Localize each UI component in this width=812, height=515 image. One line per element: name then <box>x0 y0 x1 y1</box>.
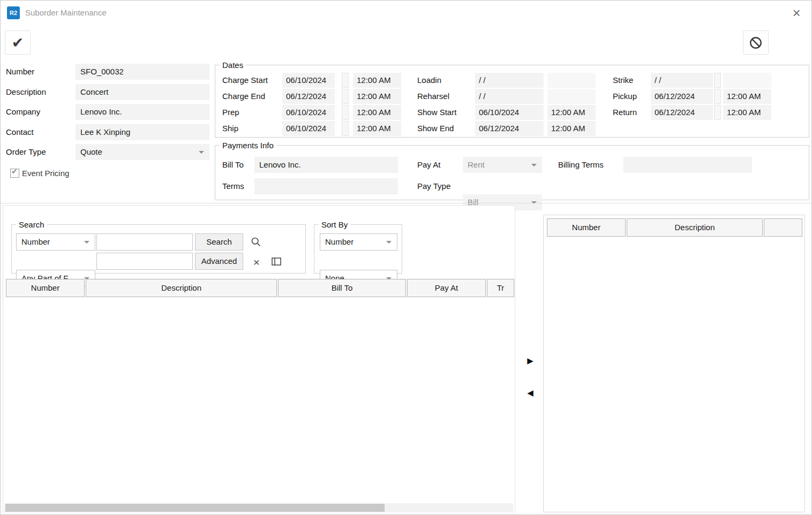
prep-date-picker[interactable] <box>342 105 349 120</box>
company-label: Company <box>6 104 40 120</box>
left-table-hscrollbar[interactable] <box>4 503 513 512</box>
show-end-date[interactable]: 06/12/2024 <box>475 121 544 136</box>
pickup-time[interactable]: 12:00 AM <box>723 89 771 104</box>
loadin-time[interactable] <box>547 73 596 88</box>
search-button[interactable]: Search <box>195 233 243 251</box>
show-start-label: Show Start <box>417 105 456 120</box>
ship-date-picker[interactable] <box>342 121 349 136</box>
order-type-label: Order Type <box>6 144 46 160</box>
search-legend: Search <box>16 219 47 230</box>
number-label: Number <box>6 64 34 80</box>
return-time[interactable]: 12:00 AM <box>723 105 771 120</box>
charge-end-date-picker[interactable] <box>342 89 349 104</box>
section-divider <box>1 203 812 203</box>
reharsel-time[interactable] <box>547 89 596 104</box>
sort-by-legend: Sort By <box>319 219 350 230</box>
search-field-select[interactable]: Number <box>16 233 95 251</box>
left-table-header-description[interactable]: Description <box>86 279 277 297</box>
charge-start-label: Charge Start <box>222 73 268 88</box>
hscrollbar-thumb[interactable] <box>5 504 385 512</box>
terms-label: Terms <box>222 178 244 194</box>
show-end-time[interactable]: 12:00 AM <box>547 121 596 136</box>
contact-field[interactable]: Lee K Xinping <box>76 124 209 140</box>
order-type-select[interactable]: Quote <box>76 144 209 160</box>
search-input[interactable] <box>96 233 193 251</box>
move-right-button[interactable]: ▶ <box>522 353 538 369</box>
left-table-header-number[interactable]: Number <box>6 279 85 297</box>
reharsel-label: Reharsel <box>417 89 449 104</box>
move-left-button[interactable]: ◀ <box>522 385 538 401</box>
sort-by-group: Sort By Number None <box>314 224 402 274</box>
prep-label: Prep <box>222 105 239 120</box>
cancel-button[interactable] <box>743 31 769 55</box>
suborder-maintenance-window: R2 Suborder Maintenance × ✔ Number SFO_0… <box>0 0 812 515</box>
prep-time[interactable]: 12:00 AM <box>353 105 401 120</box>
strike-date-picker[interactable] <box>714 73 721 88</box>
billing-terms-field[interactable] <box>623 157 752 173</box>
move-right-icon: ▶ <box>527 356 533 366</box>
right-table-header-number[interactable]: Number <box>547 218 626 237</box>
event-pricing-checkbox[interactable]: ✔ <box>10 169 19 178</box>
charge-end-date[interactable]: 06/12/2024 <box>282 89 335 104</box>
ok-button[interactable]: ✔ <box>5 31 31 55</box>
left-table-header-truncated[interactable]: Tr <box>487 279 514 297</box>
clear-x-icon: × <box>253 256 260 268</box>
loadin-label: Loadin <box>417 73 441 88</box>
search-input-2[interactable] <box>96 253 193 270</box>
number-field[interactable]: SFO_00032 <box>76 64 209 80</box>
cancel-circle-slash-icon <box>749 36 763 50</box>
app-logo-icon: R2 <box>7 6 20 19</box>
ship-time[interactable]: 12:00 AM <box>353 121 401 136</box>
payments-info-legend: Payments Info <box>220 140 276 150</box>
description-field[interactable]: Concert <box>76 84 209 100</box>
ship-date[interactable]: 06/10/2024 <box>282 121 335 136</box>
window-title: Suborder Maintenance <box>25 8 107 17</box>
pickup-date[interactable]: 06/12/2024 <box>651 89 713 104</box>
strike-time[interactable] <box>723 73 771 88</box>
pay-type-label: Pay Type <box>417 178 450 194</box>
left-table-header-bill-to[interactable]: Bill To <box>278 279 406 297</box>
checkbox-check-icon: ✔ <box>11 167 18 176</box>
bill-to-label: Bill To <box>222 157 244 173</box>
pickup-label: Pickup <box>613 89 637 104</box>
show-end-label: Show End <box>417 121 454 136</box>
return-date-picker[interactable] <box>714 105 721 120</box>
close-icon[interactable]: × <box>788 5 805 22</box>
dates-group: Dates Charge Start 06/10/2024 12:00 AM C… <box>215 65 809 138</box>
return-label: Return <box>613 105 637 120</box>
pay-at-select[interactable]: Rent <box>463 157 542 173</box>
pickup-date-picker[interactable] <box>714 89 721 104</box>
right-table-header-description[interactable]: Description <box>627 218 763 237</box>
show-start-time[interactable]: 12:00 AM <box>547 105 596 120</box>
contact-label: Contact <box>6 124 34 140</box>
company-field[interactable]: Lenovo Inc. <box>76 104 209 120</box>
right-table-body[interactable] <box>547 237 802 509</box>
left-table-header-pay-at[interactable]: Pay At <box>407 279 486 297</box>
show-start-date[interactable]: 06/10/2024 <box>475 105 544 120</box>
billing-terms-label: Billing Terms <box>558 157 604 173</box>
loadin-date[interactable]: / / <box>475 73 544 88</box>
left-table-body[interactable] <box>6 298 512 502</box>
terms-field[interactable] <box>254 178 398 194</box>
prep-date[interactable]: 06/10/2024 <box>282 105 335 120</box>
charge-end-time[interactable]: 12:00 AM <box>353 89 401 104</box>
magnifier-icon[interactable] <box>249 234 264 249</box>
selected-suborders-panel: Number Description <box>543 215 805 512</box>
charge-start-date[interactable]: 06/10/2024 <box>282 73 335 88</box>
search-group: Search Number Search Any Part of F... Ad… <box>11 224 306 274</box>
strike-date[interactable]: / / <box>651 73 713 88</box>
reharsel-date[interactable]: / / <box>475 89 544 104</box>
dates-legend: Dates <box>220 60 246 70</box>
charge-start-time[interactable]: 12:00 AM <box>353 73 401 88</box>
sort-primary-select[interactable]: Number <box>320 233 397 251</box>
field-chooser-icon[interactable] <box>269 255 284 269</box>
ship-label: Ship <box>222 121 238 136</box>
advanced-button[interactable]: Advanced <box>195 253 243 270</box>
check-icon: ✔ <box>12 34 24 51</box>
return-date[interactable]: 06/12/2024 <box>651 105 713 120</box>
right-table-header-spacer <box>764 218 802 237</box>
charge-end-label: Charge End <box>222 89 265 104</box>
bill-to-field[interactable]: Lenovo Inc. <box>254 157 398 173</box>
clear-search-icon[interactable]: × <box>250 255 264 269</box>
charge-start-date-picker[interactable] <box>342 73 349 88</box>
